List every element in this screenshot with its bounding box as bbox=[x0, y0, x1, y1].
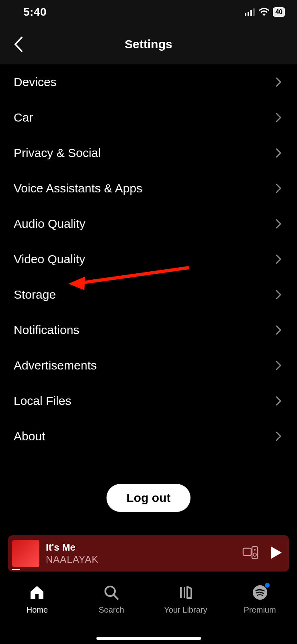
svg-rect-4 bbox=[243, 548, 251, 555]
settings-item-label: Privacy & Social bbox=[14, 146, 101, 160]
chevron-right-icon bbox=[274, 325, 283, 335]
cellular-signal-icon bbox=[245, 8, 255, 16]
home-indicator[interactable] bbox=[96, 637, 201, 640]
chevron-right-icon bbox=[274, 431, 283, 441]
settings-item-label: Audio Quality bbox=[14, 217, 85, 231]
nav-premium[interactable]: Premium bbox=[223, 584, 297, 615]
svg-rect-2 bbox=[250, 10, 252, 16]
svg-rect-10 bbox=[180, 587, 182, 598]
settings-item-label: Car bbox=[14, 111, 33, 124]
svg-point-6 bbox=[254, 549, 256, 551]
chevron-right-icon bbox=[274, 219, 283, 229]
home-icon bbox=[28, 584, 46, 601]
now-playing-artist: NAALAYAK bbox=[46, 554, 236, 565]
svg-rect-1 bbox=[248, 12, 249, 16]
nav-label: Premium bbox=[244, 605, 276, 615]
settings-item-label: Advertisements bbox=[14, 359, 97, 372]
chevron-right-icon bbox=[274, 77, 283, 87]
chevron-right-icon bbox=[274, 184, 283, 193]
nav-label: Home bbox=[27, 605, 48, 615]
header-bar: Settings bbox=[0, 24, 297, 64]
nav-home[interactable]: Home bbox=[0, 584, 74, 615]
notification-dot-icon bbox=[265, 583, 270, 588]
album-art-thumbnail bbox=[12, 540, 39, 567]
svg-rect-3 bbox=[253, 8, 255, 16]
svg-rect-0 bbox=[245, 13, 246, 16]
bottom-nav: Home Search Your Library Premium bbox=[0, 576, 297, 644]
now-playing-controls bbox=[242, 546, 283, 561]
nav-search[interactable]: Search bbox=[74, 584, 149, 615]
svg-line-9 bbox=[114, 595, 118, 599]
nav-label: Your Library bbox=[164, 605, 207, 615]
nav-your-library[interactable]: Your Library bbox=[149, 584, 223, 615]
settings-item-label: Local Files bbox=[14, 394, 71, 408]
status-time: 5:40 bbox=[23, 6, 47, 19]
svg-point-7 bbox=[253, 553, 256, 556]
logout-container: Log out bbox=[0, 484, 297, 512]
settings-item-about[interactable]: About bbox=[14, 419, 283, 454]
logout-button[interactable]: Log out bbox=[107, 484, 191, 512]
chevron-right-icon bbox=[274, 396, 283, 406]
settings-item-advertisements[interactable]: Advertisements bbox=[14, 348, 283, 383]
nav-label: Search bbox=[98, 605, 124, 615]
chevron-right-icon bbox=[274, 361, 283, 370]
settings-item-label: Video Quality bbox=[14, 252, 85, 266]
settings-item-storage[interactable]: Storage bbox=[14, 277, 283, 312]
settings-item-devices[interactable]: Devices bbox=[14, 64, 283, 100]
play-icon[interactable] bbox=[270, 546, 283, 561]
status-bar: 5:40 40 bbox=[0, 0, 297, 24]
settings-item-label: About bbox=[14, 429, 45, 443]
settings-item-privacy-social[interactable]: Privacy & Social bbox=[14, 135, 283, 171]
settings-item-car[interactable]: Car bbox=[14, 100, 283, 135]
settings-item-voice-assistants[interactable]: Voice Assistants & Apps bbox=[14, 171, 283, 206]
settings-item-local-files[interactable]: Local Files bbox=[14, 383, 283, 419]
battery-level: 40 bbox=[273, 7, 285, 17]
settings-list: Devices Car Privacy & Social Voice Assis… bbox=[0, 64, 297, 454]
settings-item-notifications[interactable]: Notifications bbox=[14, 312, 283, 348]
settings-item-video-quality[interactable]: Video Quality bbox=[14, 242, 283, 277]
settings-item-label: Devices bbox=[14, 75, 57, 89]
library-icon bbox=[177, 584, 195, 601]
svg-rect-11 bbox=[184, 587, 185, 598]
settings-item-label: Voice Assistants & Apps bbox=[14, 182, 142, 195]
chevron-right-icon bbox=[274, 113, 283, 122]
now-playing-title: It's Me bbox=[46, 542, 236, 553]
settings-item-label: Notifications bbox=[14, 323, 79, 337]
spotify-icon bbox=[251, 584, 269, 601]
chevron-right-icon bbox=[274, 148, 283, 158]
back-button[interactable] bbox=[10, 36, 26, 52]
settings-item-audio-quality[interactable]: Audio Quality bbox=[14, 206, 283, 242]
settings-item-label: Storage bbox=[14, 288, 56, 301]
chevron-right-icon bbox=[274, 290, 283, 299]
chevron-left-icon bbox=[14, 37, 23, 52]
connect-devices-icon[interactable] bbox=[242, 546, 258, 561]
search-icon bbox=[102, 584, 120, 601]
battery-icon: 40 bbox=[273, 7, 285, 17]
page-title: Settings bbox=[0, 37, 297, 51]
now-playing-bar[interactable]: It's Me NAALAYAK bbox=[8, 535, 289, 572]
wifi-icon bbox=[258, 8, 270, 16]
chevron-right-icon bbox=[274, 254, 283, 264]
playback-progress-indicator bbox=[12, 569, 20, 570]
now-playing-text: It's Me NAALAYAK bbox=[46, 542, 236, 565]
status-indicators: 40 bbox=[245, 7, 285, 17]
